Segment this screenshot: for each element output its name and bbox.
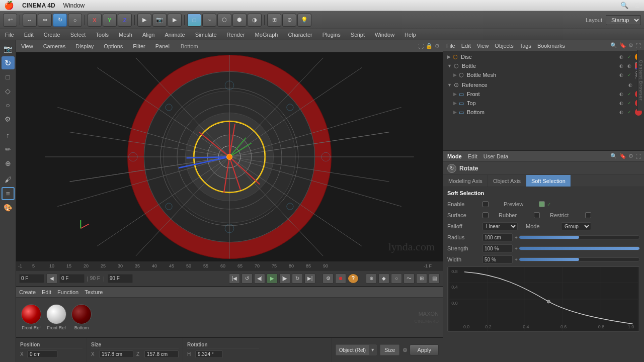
sidebar-paint-icon[interactable]: 🎨	[2, 201, 15, 214]
tool-scale[interactable]: ⇔	[38, 14, 52, 27]
timeline-current-frame[interactable]	[19, 274, 44, 283]
material-item-bottom[interactable]: Bottom	[70, 304, 93, 330]
tree-item-front[interactable]: ▶ ▭ Front ◐ ✓	[443, 89, 644, 99]
playback-settings[interactable]: ⚙	[323, 274, 334, 284]
size-z-value[interactable]: 157.8 cm	[144, 350, 179, 358]
sidebar-rotate-icon[interactable]: ↻	[2, 56, 15, 69]
menu-window[interactable]: Window	[374, 32, 395, 38]
viewport-filter-btn[interactable]: Filter	[131, 43, 147, 49]
om-expand-icon[interactable]: ⛶	[635, 43, 641, 49]
disc-expand[interactable]: ▶	[447, 54, 451, 59]
surface-checkbox[interactable]	[482, 212, 489, 218]
am-settings-icon[interactable]: ⚙	[628, 153, 633, 159]
menu-render[interactable]: Render	[226, 32, 246, 38]
material-item-frontref-white[interactable]: Front Ref	[45, 304, 67, 330]
tool-rotate[interactable]: ↻	[53, 14, 67, 27]
front-enabled[interactable]: ✓	[626, 90, 633, 98]
motion-btn[interactable]: ○	[391, 274, 402, 284]
restrict-checkbox[interactable]	[585, 212, 591, 218]
tool-grid[interactable]: ⊞	[267, 14, 281, 27]
width-input[interactable]	[482, 255, 513, 263]
curve-graph[interactable]: 0.8 0.4 0.0 0.2 0.4 0.6 0.8 1.0 0.0	[447, 266, 640, 332]
transport-play[interactable]: ▶	[267, 274, 278, 284]
tool-light[interactable]: 💡	[297, 14, 311, 27]
menu-select[interactable]: Select	[69, 32, 87, 38]
sidebar-pen-icon[interactable]: ✏	[2, 143, 15, 156]
sidebar-camera-icon[interactable]: 📷	[2, 42, 15, 55]
bottle-enabled[interactable]: ◐	[626, 62, 633, 69]
top-enabled[interactable]: ✓	[626, 100, 633, 107]
tree-item-reference[interactable]: ▼ ⊙ Reference ◐ ✓	[443, 80, 644, 89]
disc-visible[interactable]: ◐	[618, 53, 625, 60]
size-x-value[interactable]: 157.8 cm	[99, 350, 133, 358]
tab-modeling-axis[interactable]: Modeling Axis	[443, 175, 488, 187]
viewport-options-btn[interactable]: Options	[102, 43, 125, 49]
bottle-visible[interactable]: ◐	[618, 62, 625, 69]
preview-checkbox[interactable]	[539, 201, 545, 207]
ref-visible[interactable]: ◐	[627, 81, 634, 88]
size-btn[interactable]: Size	[380, 344, 399, 355]
mat-btn-edit[interactable]: Edit	[42, 289, 51, 295]
timeline-end-frame[interactable]	[108, 274, 133, 283]
tool-undo[interactable]: ↩	[3, 14, 17, 27]
snap-icon[interactable]: ⊕	[403, 346, 408, 353]
menu-plugins[interactable]: Plugins	[321, 32, 342, 38]
viewport-display-btn[interactable]: Display	[73, 43, 96, 49]
tool-connect2[interactable]: ⬢	[232, 14, 247, 27]
viewport-cameras-btn[interactable]: Cameras	[41, 43, 68, 49]
rot-h-value[interactable]: 9.324 °	[195, 350, 223, 358]
viewport-view-btn[interactable]: View	[19, 43, 35, 49]
menu-create[interactable]: Create	[43, 32, 61, 38]
search-icon[interactable]: 🔍	[620, 2, 628, 9]
apply-button[interactable]: Apply	[410, 344, 439, 355]
bottle-expand[interactable]: ▼	[447, 63, 452, 68]
om-search-icon[interactable]: 🔍	[610, 42, 617, 49]
ref-expand[interactable]: ▼	[447, 82, 452, 87]
viewport[interactable]: lynda.com	[16, 52, 443, 261]
front-visible[interactable]: ◐	[618, 90, 625, 98]
radius-slider-track[interactable]	[519, 235, 640, 239]
tool-move[interactable]: ↔	[23, 14, 37, 27]
mat-btn-texture[interactable]: Texture	[85, 289, 103, 295]
mat-btn-function[interactable]: Function	[57, 289, 78, 295]
record-btn[interactable]: ⏺	[335, 274, 346, 284]
om-objects-btn[interactable]: Objects	[495, 43, 513, 49]
menu-mesh[interactable]: Mesh	[118, 32, 133, 38]
radius-slider-minus[interactable]: +	[515, 235, 518, 240]
transport-step-forward[interactable]: |▶	[279, 274, 290, 284]
apple-icon[interactable]: 🍎	[4, 1, 14, 10]
width-slider-plus[interactable]: +	[515, 257, 518, 262]
tab-soft-selection[interactable]: Soft Selection	[526, 175, 571, 187]
top-visible[interactable]: ◐	[618, 100, 625, 107]
am-edit-btn[interactable]: Edit	[467, 153, 478, 159]
tree-item-bottom[interactable]: ▶ ▭ Bottom ◐ ✓	[443, 108, 644, 117]
snap-btn[interactable]: ⊕	[366, 274, 377, 284]
enable-checkbox[interactable]	[482, 201, 489, 207]
tool-x[interactable]: X	[88, 14, 102, 27]
transport-loop-next[interactable]: ↻	[292, 274, 303, 284]
object-rel-arrow[interactable]: ▼	[369, 345, 376, 355]
tab-object-axis[interactable]: Object Axis	[488, 175, 526, 187]
sidebar-diamond-icon[interactable]: ◇	[2, 84, 15, 98]
viewport-panel-btn[interactable]: Panel	[153, 43, 172, 49]
tool-cube[interactable]: □	[187, 14, 201, 27]
om-view-btn[interactable]: View	[477, 43, 489, 49]
tree-item-top[interactable]: ▶ ▭ Top ◐ ✓	[443, 99, 644, 108]
transport-goto-start[interactable]: |◀	[229, 274, 240, 284]
layout-dropdown[interactable]: Startup	[606, 15, 641, 25]
om-bookmark-icon[interactable]: 🔖	[619, 42, 626, 49]
tree-item-bottle-mesh[interactable]: ▶ ⬡ Bottle Mesh ◐ ✓	[443, 70, 644, 79]
menu-tools[interactable]: Tools	[95, 32, 110, 38]
menu-edit[interactable]: Edit	[23, 32, 35, 38]
am-bookmark-icon[interactable]: 🔖	[619, 153, 626, 159]
transport-step-back[interactable]: ◀|	[254, 274, 265, 284]
viewport-expand-icon[interactable]: ⛶	[418, 43, 424, 49]
radius-input[interactable]	[482, 233, 513, 241]
keyframe-btn[interactable]: ◆	[378, 274, 389, 284]
am-expand-icon[interactable]: ⛶	[635, 153, 641, 159]
menu-mograph[interactable]: MoGraph	[254, 32, 279, 38]
sidebar-cube-icon[interactable]: □	[2, 70, 15, 83]
sidebar-layers-icon[interactable]: ≡	[2, 187, 15, 200]
grid-icon[interactable]: ⊞	[634, 2, 640, 9]
viewport-settings-icon[interactable]: ⚙	[435, 43, 440, 49]
